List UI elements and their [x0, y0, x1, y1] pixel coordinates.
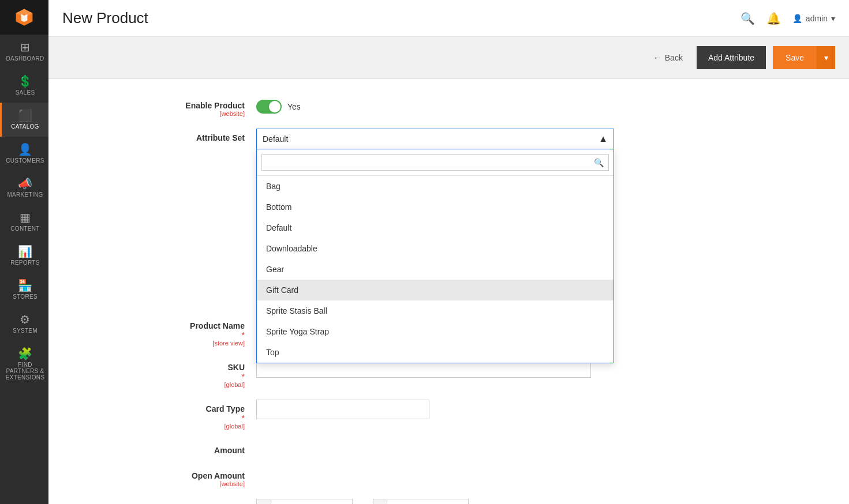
sidebar-item-marketing[interactable]: 📣 MARKETING — [0, 171, 48, 205]
sidebar-item-find-partners[interactable]: 🧩 FIND PARTNERS & EXTENSIONS — [0, 341, 48, 388]
back-button-label: Back — [665, 53, 683, 62]
dropdown-option-bag[interactable]: Bag — [257, 176, 614, 197]
sidebar-item-label: CUSTOMERS — [6, 157, 44, 164]
card-type-control — [256, 400, 660, 419]
stores-icon: 🏪 — [18, 280, 32, 291]
admin-user-menu[interactable]: 👤 admin ▾ — [792, 14, 835, 23]
currency-symbol-to: $ — [373, 499, 388, 504]
open-amount-row: Open Amount [website] — [106, 467, 791, 487]
enable-product-value: Yes — [287, 102, 301, 111]
open-amount-label: Open Amount — [192, 471, 245, 480]
sku-sublabel: [global] — [225, 381, 245, 388]
admin-user-label: admin — [806, 14, 828, 23]
main-area: New Product 🔍 🔔 👤 admin ▾ ← Back Add Att… — [48, 0, 849, 504]
top-header: New Product 🔍 🔔 👤 admin ▾ — [48, 0, 849, 37]
attribute-set-search-input[interactable] — [261, 154, 609, 171]
sidebar-item-label: CATALOG — [11, 123, 39, 130]
enable-product-control: Yes — [256, 100, 660, 114]
card-type-label-wrap: Card Type * [global] — [106, 400, 256, 430]
sidebar-item-label: SALES — [16, 89, 35, 96]
card-type-input[interactable] — [256, 400, 429, 419]
sidebar-item-stores[interactable]: 🏪 STORES — [0, 273, 48, 307]
add-attribute-button[interactable]: Add Attribute — [697, 46, 766, 69]
catalog-icon: ⬛ — [18, 110, 32, 121]
reports-icon: 📊 — [18, 246, 32, 257]
sidebar-item-label: STORES — [13, 294, 38, 300]
sidebar-item-dashboard[interactable]: ⊞ DASHBOARD — [0, 35, 48, 69]
attribute-set-selected-value: Default — [263, 134, 288, 144]
open-amount-label-wrap: Open Amount [website] — [106, 467, 256, 487]
sidebar-item-catalog[interactable]: ⬛ CATALOG — [0, 103, 48, 137]
sidebar-item-content[interactable]: ▦ CONTENT — [0, 205, 48, 239]
sidebar-item-label: DASHBOARD — [6, 55, 44, 62]
dropdown-option-top[interactable]: Top — [257, 342, 614, 363]
dropdown-option-sprite-stasis-ball[interactable]: Sprite Stasis Ball — [257, 300, 614, 321]
save-dropdown-arrow-icon: ▾ — [824, 53, 828, 62]
product-name-label: Product Name — [190, 321, 245, 330]
sidebar-item-label: MARKETING — [7, 191, 43, 198]
product-name-label-wrap: Product Name * [store view] — [106, 317, 256, 347]
enable-product-label: Enable Product — [185, 101, 245, 110]
sku-required-star: * — [242, 372, 245, 381]
content-area: Enable Product [website] Yes Attribute S… — [48, 79, 849, 504]
save-button-group: Save ▾ — [773, 46, 835, 69]
attribute-set-label-wrap: Attribute Set — [106, 129, 256, 142]
dropdown-list: Bag Bottom Default Downloadable Gear Gif… — [257, 176, 614, 363]
sidebar-item-system[interactable]: ⚙ SYSTEM — [0, 307, 48, 341]
header-right: 🔍 🔔 👤 admin ▾ — [740, 12, 835, 25]
sidebar-item-customers[interactable]: 👤 CUSTOMERS — [0, 137, 48, 171]
attribute-set-select[interactable]: Default ▲ — [256, 129, 614, 149]
product-name-sublabel: [store view] — [212, 340, 245, 347]
open-amount-from-input-wrap: $ — [256, 499, 353, 504]
sidebar-item-label: FIND PARTNERS & EXTENSIONS — [5, 362, 46, 381]
dropdown-option-default[interactable]: Default — [257, 217, 614, 238]
product-name-required-star: * — [242, 330, 245, 340]
enable-product-toggle[interactable] — [256, 100, 282, 114]
marketing-icon: 📣 — [18, 178, 32, 189]
open-amount-from-row: Open Amount From [website] $ To $ — [106, 499, 791, 504]
admin-dropdown-icon: ▾ — [831, 14, 835, 23]
enable-product-row: Enable Product [website] Yes — [106, 96, 791, 117]
dropdown-option-gear[interactable]: Gear — [257, 259, 614, 280]
dropdown-option-bottom[interactable]: Bottom — [257, 197, 614, 217]
attribute-set-control: Default ▲ 🔍 Bag Bottom Default — [256, 129, 660, 149]
dropdown-option-downloadable[interactable]: Downloadable — [257, 238, 614, 259]
sidebar-item-label: CONTENT — [10, 225, 39, 232]
attribute-set-label: Attribute Set — [196, 133, 245, 142]
extensions-icon: 🧩 — [18, 348, 32, 359]
sidebar-item-sales[interactable]: 💲 SALES — [0, 69, 48, 103]
amount-label-wrap: Amount — [106, 441, 256, 455]
save-button[interactable]: Save — [773, 46, 817, 69]
open-amount-from-input[interactable] — [271, 499, 352, 504]
attribute-set-row: Attribute Set Default ▲ 🔍 B — [106, 129, 791, 149]
open-amount-to-input[interactable] — [387, 499, 468, 504]
amount-row: Amount — [106, 441, 791, 455]
currency-symbol-from: $ — [257, 499, 271, 504]
admin-user-icon: 👤 — [792, 14, 802, 23]
notifications-icon[interactable]: 🔔 — [766, 12, 781, 25]
open-amount-inputs: $ To $ — [256, 499, 660, 504]
dropdown-option-gift-card[interactable]: Gift Card — [257, 280, 614, 300]
sidebar-item-reports[interactable]: 📊 REPORTS — [0, 239, 48, 273]
action-bar: ← Back Add Attribute Save ▾ — [48, 37, 849, 79]
attribute-set-dropdown-container: 🔍 Bag Bottom Default Downloadable Gear G… — [256, 149, 614, 363]
sidebar: ⊞ DASHBOARD 💲 SALES ⬛ CATALOG 👤 CUSTOMER… — [0, 0, 48, 504]
card-type-sublabel: [global] — [225, 423, 245, 430]
open-amount-from-control: $ To $ — [256, 499, 660, 504]
search-icon[interactable]: 🔍 — [740, 12, 755, 25]
back-button[interactable]: ← Back — [646, 48, 690, 67]
sidebar-item-label: SYSTEM — [13, 328, 38, 334]
content-icon: ▦ — [20, 212, 31, 223]
sales-icon: 💲 — [18, 76, 32, 87]
save-dropdown-button[interactable]: ▾ — [817, 46, 835, 69]
sku-label: SKU — [227, 363, 245, 372]
open-amount-to-input-wrap: $ — [373, 499, 469, 504]
dropdown-option-sprite-yoga-strap[interactable]: Sprite Yoga Strap — [257, 321, 614, 342]
amount-label: Amount — [214, 446, 245, 455]
attribute-set-arrow-icon: ▲ — [599, 134, 608, 144]
sku-label-wrap: SKU * [global] — [106, 358, 256, 388]
card-type-row: Card Type * [global] — [106, 400, 791, 430]
open-amount-sublabel: [website] — [220, 480, 245, 487]
open-amount-from-label-wrap: Open Amount From [website] — [106, 499, 256, 504]
dashboard-icon: ⊞ — [20, 42, 30, 53]
